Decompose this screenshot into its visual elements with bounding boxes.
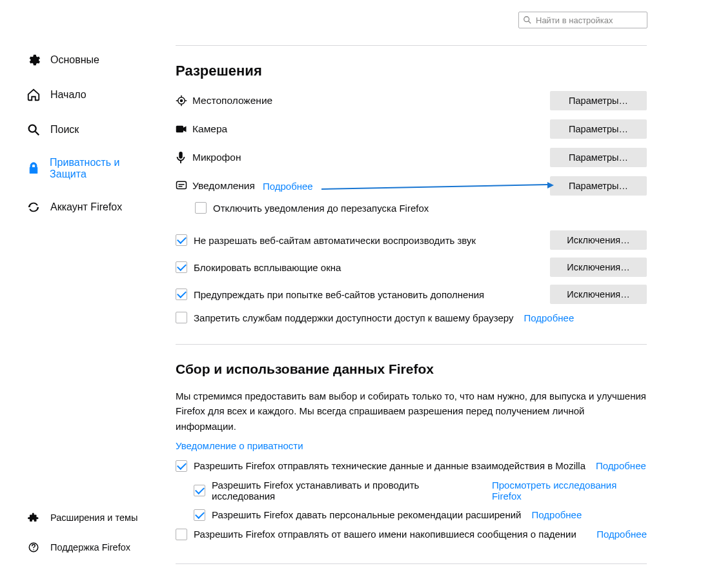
sidebar-item-label: Приватность и Защита	[50, 157, 155, 180]
view-studies-link[interactable]: Просмотреть исследования Firefox	[492, 480, 647, 502]
permission-row-location: Местоположение Параметры…	[176, 91, 647, 110]
sidebar: Основные Начало Поиск Приватность и Защи…	[26, 48, 155, 230]
sidebar-item-addons[interactable]: Расширения и темы	[26, 506, 155, 529]
svg-point-7	[181, 100, 183, 102]
divider	[176, 45, 647, 46]
learn-more-link[interactable]: Подробнее	[524, 312, 574, 323]
search-icon	[26, 122, 41, 137]
sidebar-item-search[interactable]: Поиск	[26, 118, 155, 141]
svg-line-3	[36, 132, 39, 136]
svg-line-18	[321, 185, 547, 189]
learn-more-link[interactable]: Подробнее	[532, 509, 582, 520]
main-content: Разрешения Местоположение Параметры… Кам…	[176, 45, 647, 581]
recommendations-label: Разрешить Firefox давать персональные ре…	[212, 509, 522, 520]
sidebar-item-privacy[interactable]: Приватность и Защита	[26, 153, 155, 184]
permission-label: Камера	[192, 123, 227, 135]
permission-row-notifications: Уведомления Подробнее Параметры…	[176, 176, 647, 196]
popup-checkbox[interactable]	[176, 261, 187, 273]
telemetry-label: Разрешить Firefox отправлять технические…	[194, 460, 585, 471]
disable-notifications-row: Отключить уведомления до перезапуска Fir…	[195, 202, 647, 214]
sidebar-bottom: Расширения и темы Поддержка Firefox	[26, 506, 155, 565]
exceptions-button-autoplay[interactable]: Исключения…	[550, 230, 647, 250]
svg-rect-13	[179, 152, 182, 159]
home-icon	[26, 87, 41, 103]
settings-button-camera[interactable]: Параметры…	[550, 119, 647, 139]
permission-row-camera: Камера Параметры…	[176, 119, 647, 139]
svg-point-0	[524, 17, 529, 22]
telemetry-checkbox[interactable]	[176, 460, 187, 472]
permission-label: Уведомления	[192, 180, 255, 192]
crash-reports-checkbox[interactable]	[176, 529, 187, 540]
search-container	[518, 12, 647, 28]
settings-button-location[interactable]: Параметры…	[550, 91, 647, 110]
accessibility-checkbox[interactable]	[176, 312, 187, 323]
svg-point-2	[29, 125, 36, 132]
addon-warn-row: Предупреждать при попытке веб-сайтов уст…	[176, 285, 647, 304]
svg-rect-15	[177, 181, 187, 188]
camera-icon	[176, 123, 192, 136]
sidebar-item-label: Основные	[50, 54, 99, 66]
notification-icon	[176, 179, 192, 192]
sidebar-item-support[interactable]: Поддержка Firefox	[26, 536, 155, 559]
sidebar-item-label: Начало	[50, 89, 86, 101]
settings-button-microphone[interactable]: Параметры…	[550, 148, 647, 167]
permissions-title: Разрешения	[176, 63, 647, 79]
data-collection-title: Сбор и использование данных Firefox	[176, 361, 647, 377]
sidebar-item-label: Поддержка Firefox	[50, 542, 130, 553]
puzzle-icon	[26, 510, 41, 525]
privacy-notice-link[interactable]: Уведомление о приватности	[176, 440, 647, 451]
svg-rect-12	[176, 126, 183, 133]
sidebar-item-home[interactable]: Начало	[26, 83, 155, 106]
studies-label: Разрешить Firefox устанавливать и провод…	[212, 480, 482, 502]
location-icon	[176, 94, 192, 107]
recommendations-checkbox[interactable]	[194, 509, 205, 521]
divider	[176, 563, 647, 564]
permission-label: Микрофон	[192, 152, 241, 163]
studies-row: Разрешить Firefox устанавливать и провод…	[194, 480, 647, 502]
accessibility-label: Запретить службам поддержки доступности …	[194, 312, 513, 323]
microphone-icon	[176, 151, 192, 164]
search-icon	[523, 15, 532, 25]
sync-icon	[26, 199, 41, 215]
sidebar-item-label: Аккаунт Firefox	[50, 201, 122, 213]
addon-warn-checkbox[interactable]	[176, 289, 187, 300]
sidebar-item-general[interactable]: Основные	[26, 48, 155, 72]
sidebar-item-label: Расширения и темы	[50, 512, 137, 523]
sidebar-item-label: Поиск	[50, 124, 79, 136]
permission-label: Местоположение	[192, 95, 272, 106]
disable-notifications-checkbox[interactable]	[195, 202, 207, 214]
search-input[interactable]	[518, 12, 647, 28]
svg-point-5	[33, 549, 34, 551]
crash-reports-label: Разрешить Firefox отправлять от вашего и…	[194, 529, 576, 540]
learn-more-link[interactable]: Подробнее	[596, 460, 646, 471]
recommendations-row: Разрешить Firefox давать персональные ре…	[194, 509, 647, 521]
arrow-annotation	[321, 182, 554, 192]
sidebar-item-account[interactable]: Аккаунт Firefox	[26, 196, 155, 219]
exceptions-button-addon[interactable]: Исключения…	[550, 285, 647, 304]
popup-row: Блокировать всплывающие окна Исключения…	[176, 258, 647, 277]
popup-label: Блокировать всплывающие окна	[194, 262, 341, 273]
telemetry-row: Разрешить Firefox отправлять технические…	[176, 460, 647, 472]
learn-more-link[interactable]: Подробнее	[596, 529, 647, 540]
help-icon	[26, 540, 41, 555]
exceptions-button-popup[interactable]: Исключения…	[550, 258, 647, 277]
autoplay-label: Не разрешать веб-сайтам автоматически во…	[194, 235, 476, 246]
gear-icon	[26, 52, 41, 68]
crash-reports-row: Разрешить Firefox отправлять от вашего и…	[176, 529, 647, 540]
autoplay-row: Не разрешать веб-сайтам автоматически во…	[176, 230, 647, 250]
learn-more-link[interactable]: Подробнее	[263, 181, 313, 192]
studies-checkbox[interactable]	[194, 485, 205, 496]
permission-row-microphone: Микрофон Параметры…	[176, 148, 647, 167]
autoplay-checkbox[interactable]	[176, 234, 187, 246]
data-collection-body: Мы стремимся предоставить вам выбор и со…	[176, 389, 647, 434]
settings-button-notifications[interactable]: Параметры…	[550, 176, 647, 196]
disable-notifications-label: Отключить уведомления до перезапуска Fir…	[213, 203, 429, 214]
lock-icon	[26, 161, 41, 176]
svg-line-1	[529, 21, 531, 24]
accessibility-row: Запретить службам поддержки доступности …	[176, 312, 647, 323]
divider	[176, 344, 647, 345]
addon-warn-label: Предупреждать при попытке веб-сайтов уст…	[194, 289, 484, 300]
